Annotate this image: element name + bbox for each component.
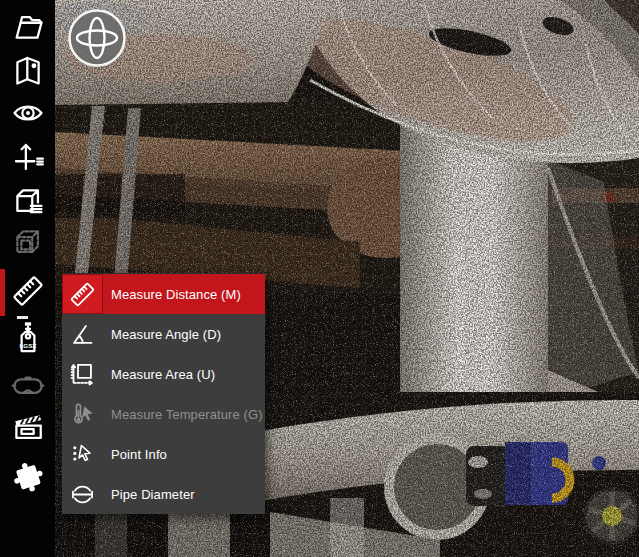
menu-item-label: Pipe Diameter [111, 487, 195, 502]
menu-item-pipe-diameter[interactable]: Pipe Diameter [62, 474, 265, 514]
menu-item-measure-area[interactable]: Measure Area (U) [62, 354, 265, 394]
ruler-icon[interactable] [10, 273, 46, 309]
measure-flyout-menu: Measure Distance (M) Measure Angle (D) M… [62, 273, 265, 514]
open-book-icon[interactable] [10, 52, 46, 88]
menu-item-label: Measure Distance (M) [111, 287, 241, 302]
cube-list-icon[interactable] [10, 183, 46, 219]
eye-icon[interactable] [10, 95, 46, 131]
menu-item-label: Measure Temperature (G) [111, 407, 263, 422]
cube-dashed-icon [10, 224, 46, 260]
angle-icon [62, 314, 103, 354]
menu-item-measure-angle[interactable]: Measure Angle (D) [62, 314, 265, 354]
puzzle-icon[interactable] [10, 458, 46, 494]
clapperboard-icon[interactable] [10, 410, 46, 446]
lgsx-label: LGSX [20, 342, 38, 349]
orbit-compass-icon[interactable] [67, 8, 127, 68]
ruler-icon [62, 274, 103, 314]
vr-goggles-icon [10, 367, 46, 403]
menu-item-measure-distance[interactable]: Measure Distance (M) [62, 274, 265, 314]
lgsx-tag-icon[interactable]: LGSX [10, 320, 46, 356]
pipe-diameter-icon [62, 474, 103, 514]
axis-list-icon[interactable] [10, 139, 46, 175]
folder-open-icon[interactable] [10, 9, 46, 45]
menu-item-measure-temperature: Measure Temperature (G) [62, 394, 265, 434]
area-icon [62, 354, 103, 394]
point-info-cursor-icon [62, 434, 103, 474]
flyout-open-indicator [17, 316, 28, 319]
menu-item-point-info[interactable]: Point Info [62, 434, 265, 474]
menu-item-label: Point Info [111, 447, 167, 462]
thermometer-cursor-icon [62, 394, 103, 434]
active-tool-indicator [0, 269, 5, 316]
tool-sidebar: LGSX [0, 0, 55, 557]
menu-item-label: Measure Angle (D) [111, 327, 221, 342]
menu-item-label: Measure Area (U) [111, 367, 215, 382]
